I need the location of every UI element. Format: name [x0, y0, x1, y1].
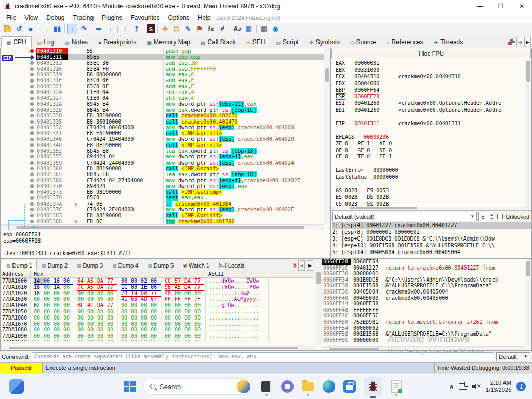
scylla-icon[interactable]: S — [147, 24, 155, 33]
dump-row[interactable]: 77DA102018000000000000007419DA7740000000… — [1, 290, 322, 297]
hide-fpu-button[interactable]: Hide FPU — [331, 49, 531, 58]
register-line[interactable]: LastStatus 00000000 — [336, 174, 525, 181]
tab-scroll-left-button[interactable]: ◀ — [516, 37, 523, 47]
tab-cpu[interactable]: ▦CPU — [1, 36, 32, 48]
disasm-vertical-scrollbar[interactable] — [324, 48, 330, 224]
disasm-row[interactable]: 0040131383EC 38sub esp,38 — [1, 60, 324, 66]
bookmarks-icon[interactable]: ⚑ — [194, 24, 205, 34]
disasm-row[interactable]: 00401355894424 04mov dword ptr ss:[esp+4… — [1, 154, 324, 159]
register-line[interactable]: EAX 00000001 — [336, 60, 525, 67]
open-file-icon[interactable] — [3, 24, 13, 34]
case-icon[interactable]: Az — [232, 24, 243, 34]
argument-row[interactable]: 3: [esp+C] 001E0DC8 001E0DC8 &"C:\\Users… — [332, 235, 531, 242]
dump-tab-locals[interactable]: [x=]Locals — [214, 260, 249, 271]
step-over-icon[interactable]: ↷ — [78, 24, 89, 34]
stack-row[interactable]: 0060FF38001E1568&"ALLUSERSPROFILE=C:\\Pr… — [322, 283, 525, 289]
register-line[interactable]: OF 0 SF 0 DF 0 — [336, 148, 525, 154]
registers-vertical-scrollbar[interactable] — [525, 59, 531, 207]
taskbar-clock[interactable]: 2:10 AM 1/13/2025 — [486, 380, 511, 393]
tab-threads[interactable]: ➔Threads — [429, 36, 468, 48]
stack-row[interactable]: 0060FF3000000001 — [322, 271, 525, 277]
dump-tab-dump-1[interactable]: ▦Dump 1 — [2, 260, 37, 271]
stack-row[interactable]: 0060FF50763ED9B1return to msvcrt.strerro… — [322, 319, 525, 325]
stop-icon[interactable]: ■ — [25, 24, 36, 34]
disasm-horizontal-scrollbar[interactable] — [1, 224, 324, 230]
tab-notes[interactable]: ▤Notes — [59, 36, 93, 48]
register-line[interactable]: EDI 00401260 <crackme0x00.OptionalHeader… — [336, 107, 525, 114]
taskbar-app-notepad[interactable] — [390, 380, 403, 393]
tab-references[interactable]: ○References — [381, 36, 428, 48]
weather-icon[interactable] — [237, 380, 250, 393]
disasm-row[interactable]: 00401368C74424 04 27404000mov dword ptr … — [1, 178, 324, 183]
register-line[interactable] — [336, 127, 525, 134]
command-script-select[interactable]: Default▼ — [496, 352, 530, 361]
argument-row[interactable]: 5: [esp+14] 00405004 crackme0x00.0040500… — [332, 249, 531, 256]
disasm-row[interactable]: 00401359C70424 24404000mov dword ptr ss:… — [1, 160, 324, 166]
register-line[interactable]: EBP 0060FF64 — [336, 87, 525, 94]
dump-row[interactable]: 77DA106000000000000000000000000000000000… — [1, 315, 322, 321]
menu-item-debug[interactable]: Debug — [42, 14, 69, 21]
run-to-user-code-icon[interactable]: ↥ — [131, 24, 142, 34]
struct-icon[interactable]: § — [293, 262, 297, 269]
stack-row[interactable]: 0060FF34001E0DC8&"C:\\Users\\Admin\\Down… — [322, 277, 525, 283]
tray-volume-muted-icon[interactable]: ✕ — [472, 383, 481, 390]
register-line[interactable] — [336, 161, 525, 167]
tray-expand-icon[interactable]: ∧ — [449, 383, 454, 390]
register-line[interactable]: GS 002B FS 0053 — [336, 188, 525, 194]
argument-row[interactable]: 1: [esp+4] 00401227 crackme0x00.00401227 — [332, 222, 531, 229]
dump-row[interactable]: 77DA1030000000000000000041634D67FFFFFF7F… — [1, 296, 322, 302]
stack-row[interactable]: 0060FF280060FF64 — [322, 259, 525, 265]
dump-tab-dump-3[interactable]: ▦Dump 3 — [72, 260, 108, 271]
disasm-row[interactable]: 004013528D45 E8lea eax,dword ptr ss:[ebp… — [1, 148, 324, 154]
stack-row[interactable]: 0060FF440060FF58 — [322, 301, 525, 307]
patches-icon[interactable]: ✚ — [160, 24, 170, 34]
dump-row[interactable]: 77DA10A000000000000000000000000000000000… — [1, 339, 322, 341]
tab-source[interactable]: ◇Source — [345, 36, 381, 48]
register-line[interactable]: CS 0023 SS 002B — [336, 201, 525, 207]
run-icon[interactable]: → — [41, 24, 51, 34]
step-out-icon[interactable]: ↓ — [105, 24, 115, 34]
stack-vertical-scrollbar[interactable] — [525, 259, 531, 346]
disasm-row[interactable]: 004013658D45 E8lea eax,dword ptr ss:[ebp… — [1, 171, 324, 177]
menu-item-plugins[interactable]: Plugins — [98, 14, 126, 21]
disasm-row[interactable]: 0040132A8945 E4mov dword ptr ss:[ebp-1C]… — [1, 101, 324, 107]
register-line[interactable]: ESP 0060FF28 — [336, 94, 525, 100]
dump-row[interactable]: 77DA109000000000000000000000000000000000… — [1, 333, 322, 339]
disasm-row[interactable]: 0040132183C0 0Fadd eax,F — [1, 84, 324, 89]
stack-row[interactable]: 0060FF48FFFFFFFF — [322, 307, 525, 313]
tab-log[interactable]: ▤Log — [32, 36, 59, 48]
menu-item-favourites[interactable]: Favourites — [126, 14, 164, 21]
dump-scroll-left-button[interactable]: ◀ — [298, 260, 305, 271]
calling-convention-select[interactable]: Default (stdcall)▼ — [332, 212, 477, 221]
pause-icon[interactable]: ▮▮ — [52, 24, 62, 34]
menu-item-options[interactable]: Options — [164, 14, 193, 21]
donate-icon[interactable]: ◉ — [270, 24, 281, 34]
disasm-row[interactable]: 00401324C1E8 04shr eax,4 — [1, 89, 324, 95]
register-line[interactable]: LastError 00000000 — [336, 167, 525, 174]
dump-tab-dump-2[interactable]: ▦Dump 2 — [37, 260, 72, 271]
dump-row[interactable]: 77DA101018001A007CA5DA771C001E0098A5DA77… — [1, 284, 322, 290]
disasm-row[interactable]: 00401327C1E0 04shl eax,4 — [1, 95, 324, 101]
stack-row[interactable]: 0060FF5C00000000 — [322, 337, 525, 343]
tab-symbols[interactable]: ❖Symbols — [304, 36, 345, 48]
register-line[interactable]: ZF 0 PF 1 AF 0 — [336, 141, 525, 148]
tab-seh[interactable]: ⊞SEH — [241, 36, 270, 48]
stack-row[interactable]: 0060FF58001E1568&"ALLUSERSPROFILE=C:\\Pr… — [322, 331, 525, 337]
hash-icon[interactable]: # — [217, 24, 228, 34]
taskbar-app-store[interactable] — [343, 380, 356, 393]
stack-horizontal-scrollbar[interactable] — [322, 346, 525, 350]
menu-item-help[interactable]: Help — [194, 14, 215, 21]
dump-row[interactable]: 77DA108000000000000000000000000000000000… — [1, 327, 322, 333]
tab-call-stack[interactable]: ▤Call Stack — [195, 36, 241, 48]
stack-row[interactable]: 0060FF3C00405004crackme0x00.00405004 — [322, 289, 525, 295]
disasm-row[interactable]: 00401388vEB 0Cjmp crackme0x00.401396 — [1, 219, 324, 224]
comments-icon[interactable]: ▤ — [171, 24, 182, 34]
dump-row[interactable]: 77DA107000000000000000000000000000000000… — [1, 321, 322, 327]
step-into-icon[interactable]: ↓ — [67, 24, 77, 34]
disasm-row[interactable]: 0040131E83C0 0Fadd eax,F — [1, 77, 324, 83]
disasm-row[interactable]: 0040131189E5mov ebp,esp — [1, 54, 324, 60]
stack-row[interactable]: 0060FF4C0060FF5C — [322, 313, 525, 319]
taskbar-app-edge[interactable] — [322, 380, 336, 393]
tab-breakpoints[interactable]: ●Breakpoints — [93, 36, 141, 48]
register-line[interactable] — [336, 181, 525, 188]
